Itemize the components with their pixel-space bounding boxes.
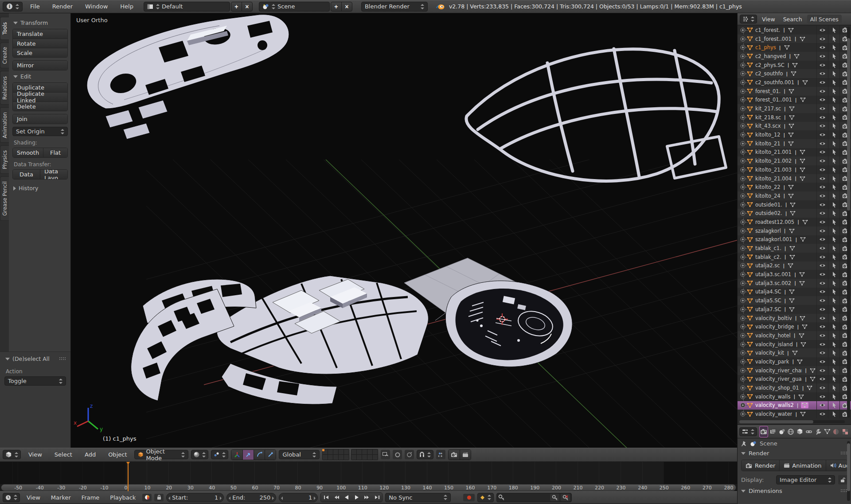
expand-icon[interactable] xyxy=(740,228,746,234)
rotate-button[interactable]: Rotate xyxy=(13,39,67,48)
panel-edit-header[interactable]: Edit xyxy=(13,73,68,80)
join-button[interactable]: Join xyxy=(13,114,67,124)
pin-icon[interactable] xyxy=(741,441,747,447)
visibility-toggle[interactable] xyxy=(816,331,828,340)
visibility-toggle[interactable] xyxy=(816,288,828,297)
layer-cell[interactable] xyxy=(373,455,378,460)
layer-cell[interactable] xyxy=(339,455,344,460)
visibility-toggle[interactable] xyxy=(816,104,828,113)
expand-icon[interactable] xyxy=(740,289,746,294)
layer-cell[interactable] xyxy=(362,449,367,454)
viewport-shading-dropdown[interactable] xyxy=(191,450,208,459)
visibility-toggle[interactable] xyxy=(816,383,828,392)
expand-icon[interactable] xyxy=(740,123,746,129)
timeline-menu-playback[interactable]: Playback xyxy=(106,494,140,501)
lock-to-scene-button[interactable] xyxy=(381,450,390,459)
visibility-toggle[interactable] xyxy=(816,191,828,200)
auto-keyframe-button[interactable] xyxy=(463,494,475,501)
expand-icon[interactable] xyxy=(740,254,746,260)
expand-icon[interactable] xyxy=(740,36,746,42)
layer-cell[interactable] xyxy=(333,449,338,454)
shade-smooth-button[interactable]: Smooth xyxy=(13,148,43,157)
layer-cell[interactable] xyxy=(373,449,378,454)
render-audio-button[interactable]: Audio xyxy=(826,460,847,471)
render-animation-button[interactable]: Animation xyxy=(779,460,825,471)
expand-icon[interactable] xyxy=(740,237,746,242)
visibility-toggle[interactable] xyxy=(816,357,828,366)
layer-cell[interactable] xyxy=(357,455,362,460)
translate-manipulator-button[interactable] xyxy=(242,450,254,460)
outliner-row[interactable]: tablak_c2. | xyxy=(738,253,851,262)
outliner-row[interactable]: valocity_park | xyxy=(738,357,851,366)
expand-icon[interactable] xyxy=(740,350,746,356)
outliner-row[interactable]: kit_217.sc | xyxy=(738,104,851,113)
viewport-3d[interactable]: User Ortho z y x (1) c1_phys xyxy=(71,13,737,448)
visibility-toggle[interactable] xyxy=(816,156,828,165)
end-frame-field[interactable]: End:250 xyxy=(226,493,276,502)
selectability-toggle[interactable] xyxy=(828,348,839,357)
outliner-row[interactable]: c2_southfo | xyxy=(738,69,851,78)
expand-icon[interactable] xyxy=(740,272,746,277)
outliner-row[interactable]: utalja5.SC | xyxy=(738,296,851,305)
visibility-toggle[interactable] xyxy=(816,401,828,410)
selectability-toggle[interactable] xyxy=(828,357,839,366)
outliner-row[interactable]: valocity_island | xyxy=(738,340,851,349)
expand-icon[interactable] xyxy=(740,342,746,347)
expand-icon[interactable] xyxy=(740,132,746,137)
selectability-toggle[interactable] xyxy=(828,122,839,131)
manipulator-toggle-button[interactable] xyxy=(231,450,242,460)
layer-cell[interactable] xyxy=(344,455,349,460)
selectability-toggle[interactable] xyxy=(828,383,839,392)
tab-texture[interactable] xyxy=(841,426,849,437)
visibility-toggle[interactable] xyxy=(816,410,828,418)
expand-icon[interactable] xyxy=(740,184,746,190)
layer-cell[interactable] xyxy=(339,449,344,454)
expand-icon[interactable] xyxy=(740,45,746,50)
selectability-toggle[interactable] xyxy=(828,87,839,96)
outliner-row[interactable]: valocity_water | xyxy=(738,410,851,418)
selectability-toggle[interactable] xyxy=(828,314,839,323)
selectability-toggle[interactable] xyxy=(828,218,839,227)
expand-icon[interactable] xyxy=(740,176,746,181)
selectability-toggle[interactable] xyxy=(828,410,839,418)
outliner-row[interactable]: kitolto_21.002 | xyxy=(738,156,851,165)
current-frame-marker[interactable] xyxy=(128,462,129,491)
selectability-toggle[interactable] xyxy=(828,78,839,87)
layer-cell[interactable] xyxy=(367,455,372,460)
outliner-row[interactable]: valocity_walls | xyxy=(738,392,851,401)
delete-layout-button[interactable]: × xyxy=(242,2,253,12)
expand-icon[interactable] xyxy=(740,115,746,120)
panel-deselect-header[interactable]: (De)select All xyxy=(5,356,66,362)
editor-type-selector[interactable] xyxy=(3,493,20,502)
selectability-toggle[interactable] xyxy=(828,375,839,384)
selectability-toggle[interactable] xyxy=(828,392,839,401)
panel-render-header[interactable]: Render xyxy=(741,450,847,457)
selectability-toggle[interactable] xyxy=(828,113,839,122)
layer-cell[interactable] xyxy=(323,455,328,460)
panel-history-header[interactable]: History xyxy=(13,185,68,191)
selectability-toggle[interactable] xyxy=(828,26,839,35)
layer-cell[interactable] xyxy=(351,449,356,454)
set-origin-dropdown[interactable]: Set Origin xyxy=(12,127,68,136)
outliner-row[interactable]: kitolto_22 | xyxy=(738,183,851,191)
tab-grease-pencil[interactable]: Grease Pencil xyxy=(0,176,9,221)
visibility-toggle[interactable] xyxy=(816,270,828,279)
expand-icon[interactable] xyxy=(740,402,746,408)
jump-to-start-button[interactable] xyxy=(321,493,331,502)
layer-cell[interactable] xyxy=(351,455,356,460)
outliner-row[interactable]: kitolto_21.004 | xyxy=(738,174,851,183)
keying-mode-dropdown[interactable] xyxy=(477,493,494,502)
outliner-menu-search[interactable]: Search xyxy=(780,16,805,23)
selectability-toggle[interactable] xyxy=(828,235,839,244)
panel-grip[interactable] xyxy=(840,451,847,455)
visibility-toggle[interactable] xyxy=(816,183,828,191)
expand-icon[interactable] xyxy=(740,202,746,207)
tab-object[interactable] xyxy=(796,426,804,437)
interaction-mode-dropdown[interactable]: Object Mode xyxy=(134,450,188,459)
proportional-edit-button[interactable] xyxy=(405,450,414,459)
selectability-toggle[interactable] xyxy=(828,139,839,148)
visibility-toggle[interactable] xyxy=(816,244,828,253)
selectability-toggle[interactable] xyxy=(828,165,839,174)
visibility-toggle[interactable] xyxy=(816,35,828,43)
expand-icon[interactable] xyxy=(740,97,746,102)
